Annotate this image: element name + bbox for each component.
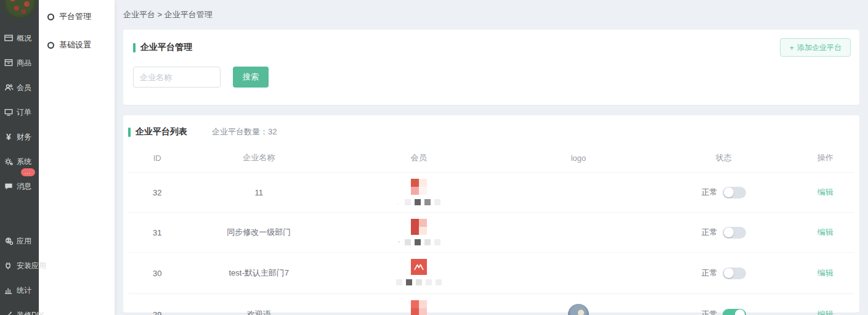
message-badge: ... [21, 168, 35, 176]
message-icon [4, 181, 14, 191]
table-header-row: ID 企业名称 会员 logo 状态 操作 [128, 146, 854, 173]
cell-action: 编辑 [797, 213, 854, 253]
member-avatar-icon [411, 179, 427, 195]
list-card: 企业平台列表 企业平台数量：32 ID 企业名称 会员 logo 状态 操作 [123, 115, 859, 313]
orders-icon [4, 107, 14, 117]
enterprise-name-input[interactable] [133, 67, 221, 88]
search-button[interactable]: 搜索 [233, 67, 269, 88]
table-row: 30 test-默认主部门7 正常 [128, 253, 854, 294]
table-row: 31 同步修改一级部门 丶 正常 [128, 213, 854, 253]
cell-action: 编辑 [797, 253, 854, 294]
cell-status: 正常 [651, 173, 797, 213]
cell-name: 11 [186, 173, 331, 213]
sidebar-item-label: 消息 [17, 181, 31, 192]
cell-status: 正常 [651, 253, 797, 294]
search-row: 搜索 [128, 67, 854, 88]
sidebar-item-label: 应用 [17, 236, 31, 247]
status-label: 正常 [702, 309, 718, 315]
cell-name: 欢迎语 [186, 294, 331, 315]
submenu-item-label: 基础设置 [59, 39, 91, 51]
edit-link[interactable]: 编辑 [817, 309, 834, 315]
sidebar-item-label: 统计 [17, 285, 31, 296]
sidebar-item-install-apps[interactable]: 安装应用 [0, 253, 39, 278]
col-name: 企业名称 [186, 146, 331, 173]
sidebar-item-overview[interactable]: 概况 [0, 26, 39, 51]
rail-nav: 概况 商品 会员 订单 ¥ 财务 系统 ... [0, 26, 39, 315]
table-row: 32 11 、 正常 [128, 173, 854, 213]
col-status: 状态 [651, 146, 797, 173]
table-row: 29 欢迎语 正常 [128, 294, 854, 315]
member-thumbnails: 丶 [395, 239, 442, 246]
submenu-item-label: 平台管理 [59, 11, 91, 22]
finance-icon: ¥ [4, 132, 14, 142]
sidebar-item-apps[interactable]: 应用 [0, 229, 39, 253]
sidebar-item-finance[interactable]: ¥ 财务 [0, 125, 39, 149]
cell-action: 编辑 [797, 294, 854, 315]
sidebar-item-label: 装修DIY [17, 310, 44, 315]
system-icon [4, 157, 14, 166]
cell-id: 30 [128, 253, 186, 294]
status-toggle[interactable] [723, 268, 746, 279]
plus-icon: + [789, 43, 794, 52]
cell-id: 32 [128, 173, 186, 213]
member-thumbnails: 、 [395, 198, 442, 206]
shop-avatar[interactable] [4, 0, 36, 18]
submenu-item-platform-management[interactable]: 平台管理 [39, 2, 115, 31]
edit-link[interactable]: 编辑 [817, 187, 834, 197]
status-label: 正常 [702, 268, 718, 279]
diy-icon [4, 310, 14, 315]
sidebar-item-label: 会员 [17, 83, 31, 93]
breadcrumb: 企业平台 > 企业平台管理 [123, 0, 859, 30]
cell-member: 、 [331, 173, 506, 213]
platform-count: 企业平台数量：32 [212, 126, 277, 137]
status-toggle[interactable] [723, 227, 746, 239]
sidebar-item-label: 订单 [17, 107, 31, 118]
enterprise-table: ID 企业名称 会员 logo 状态 操作 32 11 [128, 146, 854, 315]
cell-member [331, 253, 506, 294]
stats-icon [4, 285, 14, 295]
sidebar-item-messages[interactable]: ... 消息 [0, 174, 39, 198]
member-avatar-icon [411, 300, 427, 315]
secondary-sidebar: 平台管理 基础设置 [39, 0, 115, 315]
cell-id: 31 [128, 213, 186, 253]
col-logo: logo [506, 146, 651, 173]
sidebar-item-orders[interactable]: 订单 [0, 100, 39, 125]
member-thumbnails [394, 279, 444, 286]
green-accent-bar [133, 43, 136, 52]
sidebar-item-diy[interactable]: 装修DIY [0, 303, 39, 315]
apps-icon [4, 236, 14, 246]
page-title: 企业平台管理 [140, 42, 192, 53]
col-member: 会员 [331, 146, 506, 173]
cell-name: 同步修改一级部门 [186, 213, 331, 253]
status-label: 正常 [702, 187, 718, 198]
edit-link[interactable]: 编辑 [817, 227, 834, 237]
radio-icon [47, 42, 54, 49]
cell-name: test-默认主部门7 [186, 253, 331, 294]
cell-id: 29 [128, 294, 186, 315]
add-enterprise-button[interactable]: + 添加企业平台 [780, 38, 851, 57]
install-app-icon [4, 261, 14, 271]
members-icon [4, 83, 14, 92]
status-toggle[interactable] [723, 187, 746, 198]
cell-logo [506, 294, 651, 315]
sidebar-item-label: 安装应用 [17, 261, 46, 271]
status-toggle[interactable] [723, 309, 746, 315]
cell-logo [506, 253, 651, 294]
col-id: ID [128, 146, 186, 173]
list-title: 企业平台列表 [136, 126, 187, 137]
radio-icon [47, 14, 54, 20]
cell-action: 编辑 [797, 173, 854, 213]
status-label: 正常 [702, 227, 718, 238]
sidebar-item-label: 概况 [17, 33, 31, 44]
cell-status: 正常 [651, 213, 797, 253]
sidebar-item-stats[interactable]: 统计 [0, 278, 39, 303]
search-card: 企业平台管理 + 添加企业平台 搜索 [123, 30, 859, 105]
cell-status: 正常 [651, 294, 797, 315]
sidebar-item-members[interactable]: 会员 [0, 75, 39, 100]
member-avatar-icon [411, 259, 427, 275]
submenu-item-basic-settings[interactable]: 基础设置 [39, 31, 115, 59]
edit-link[interactable]: 编辑 [817, 268, 834, 277]
sidebar-item-goods[interactable]: 商品 [0, 51, 39, 75]
cell-member [331, 294, 506, 315]
sidebar-item-label: 商品 [17, 58, 31, 68]
